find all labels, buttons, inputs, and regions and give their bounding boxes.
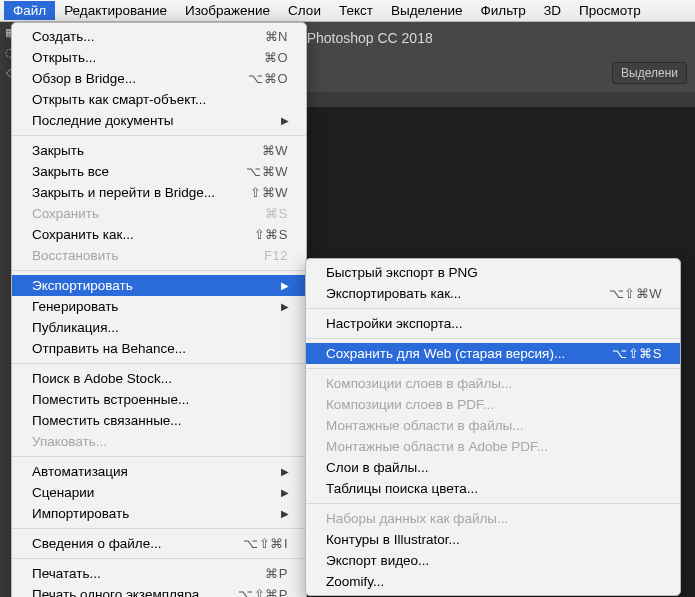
menu-item-label: Поиск в Adobe Stock... — [32, 370, 288, 388]
menubar-item[interactable]: Редактирование — [55, 1, 176, 20]
menu-item-label: Экспортировать — [32, 277, 277, 295]
menu-item[interactable]: Автоматизация▶ — [12, 461, 306, 482]
menu-shortcut: ⌘N — [265, 28, 288, 46]
menu-item[interactable]: Слои в файлы... — [306, 457, 680, 478]
menu-shortcut: ⌘P — [265, 565, 288, 583]
menu-separator — [306, 503, 680, 504]
menubar-item[interactable]: 3D — [535, 1, 570, 20]
menu-shortcut: ⌥⇧⌘W — [609, 285, 662, 303]
menu-shortcut: ⌥⌘O — [248, 70, 288, 88]
menu-separator — [12, 528, 306, 529]
menu-item: Наборы данных как файлы... — [306, 508, 680, 529]
menu-item[interactable]: Создать...⌘N — [12, 26, 306, 47]
menu-item-label: Открыть как смарт-объект... — [32, 91, 288, 109]
menu-item-label: Последние документы — [32, 112, 277, 130]
selection-mode-button[interactable]: Выделени — [612, 62, 687, 84]
menu-item[interactable]: Генерировать▶ — [12, 296, 306, 317]
menu-item[interactable]: Быстрый экспорт в PNG — [306, 262, 680, 283]
menu-item-label: Таблицы поиска цвета... — [326, 480, 662, 498]
menu-item[interactable]: Сценарии▶ — [12, 482, 306, 503]
menu-item-label: Zoomify... — [326, 573, 662, 591]
menu-separator — [12, 456, 306, 457]
menu-item[interactable]: Обзор в Bridge...⌥⌘O — [12, 68, 306, 89]
menu-separator — [12, 135, 306, 136]
menu-item[interactable]: Открыть как смарт-объект... — [12, 89, 306, 110]
menu-item[interactable]: Закрыть все⌥⌘W — [12, 161, 306, 182]
menu-item-label: Закрыть — [32, 142, 262, 160]
submenu-arrow-icon: ▶ — [281, 505, 288, 523]
menu-item-label: Экспорт видео... — [326, 552, 662, 570]
menu-item[interactable]: Последние документы▶ — [12, 110, 306, 131]
menu-item: Упаковать... — [12, 431, 306, 452]
menubar-item[interactable]: Изображение — [176, 1, 279, 20]
export-submenu: Быстрый экспорт в PNGЭкспортировать как.… — [305, 258, 681, 596]
menu-item-label: Монтажные области в Adobe PDF... — [326, 438, 662, 456]
menu-shortcut: ⌘O — [264, 49, 288, 67]
menu-item-label: Сохранить — [32, 205, 265, 223]
menu-item[interactable]: Публикация... — [12, 317, 306, 338]
menu-item[interactable]: Экспортировать▶ — [12, 275, 306, 296]
menu-item[interactable]: Поиск в Adobe Stock... — [12, 368, 306, 389]
menu-item[interactable]: Поместить связанные... — [12, 410, 306, 431]
menu-item[interactable]: Zoomify... — [306, 571, 680, 592]
menu-item[interactable]: Настройки экспорта... — [306, 313, 680, 334]
menu-item-label: Генерировать — [32, 298, 277, 316]
menu-item-label: Поместить связанные... — [32, 412, 288, 430]
menu-item[interactable]: Закрыть и перейти в Bridge...⇧⌘W — [12, 182, 306, 203]
menu-item[interactable]: Таблицы поиска цвета... — [306, 478, 680, 499]
menu-item[interactable]: Экспорт видео... — [306, 550, 680, 571]
menubar-item[interactable]: Просмотр — [570, 1, 650, 20]
os-menubar: ФайлРедактированиеИзображениеСлоиТекстВы… — [0, 0, 695, 22]
menu-item[interactable]: Открыть...⌘O — [12, 47, 306, 68]
menu-item[interactable]: Контуры в Illustrator... — [306, 529, 680, 550]
menu-shortcut: ⌥⇧⌘P — [238, 586, 288, 598]
menu-item[interactable]: Импортировать▶ — [12, 503, 306, 524]
menu-item-label: Печатать... — [32, 565, 265, 583]
menu-item[interactable]: Печать одного экземпляра⌥⇧⌘P — [12, 584, 306, 597]
menu-shortcut: ⇧⌘W — [250, 184, 288, 202]
menu-item[interactable]: Сведения о файле...⌥⇧⌘I — [12, 533, 306, 554]
submenu-arrow-icon: ▶ — [281, 277, 288, 295]
menu-separator — [306, 338, 680, 339]
menu-item[interactable]: Сохранить для Web (старая версия)...⌥⇧⌘S — [306, 343, 680, 364]
menubar-item[interactable]: Фильтр — [471, 1, 534, 20]
menu-shortcut: ⌥⌘W — [246, 163, 288, 181]
menu-item-label: Публикация... — [32, 319, 288, 337]
menubar-item[interactable]: Выделение — [382, 1, 472, 20]
menubar-item[interactable]: Файл — [4, 1, 55, 20]
menu-item-label: Сценарии — [32, 484, 277, 502]
menu-item-label: Автоматизация — [32, 463, 277, 481]
menu-separator — [12, 363, 306, 364]
menu-item[interactable]: Сохранить как...⇧⌘S — [12, 224, 306, 245]
menu-shortcut: ⌥⇧⌘S — [612, 345, 662, 363]
menu-shortcut: ⌥⇧⌘I — [243, 535, 288, 553]
menu-shortcut: ⌘W — [262, 142, 288, 160]
menu-item-label: Создать... — [32, 28, 265, 46]
menu-separator — [12, 270, 306, 271]
menu-item[interactable]: Печатать...⌘P — [12, 563, 306, 584]
menu-item-label: Композиции слоев в файлы... — [326, 375, 662, 393]
menu-item-label: Быстрый экспорт в PNG — [326, 264, 662, 282]
menu-item-label: Обзор в Bridge... — [32, 70, 248, 88]
menu-item[interactable]: Отправить на Behance... — [12, 338, 306, 359]
menu-item: ВосстановитьF12 — [12, 245, 306, 266]
menu-item-label: Открыть... — [32, 49, 264, 67]
menubar-item[interactable]: Текст — [330, 1, 382, 20]
menu-shortcut: ⌘S — [265, 205, 288, 223]
menu-item: Монтажные области в Adobe PDF... — [306, 436, 680, 457]
menu-item[interactable]: Поместить встроенные... — [12, 389, 306, 410]
menu-item-label: Слои в файлы... — [326, 459, 662, 477]
menu-item-label: Монтажные области в файлы... — [326, 417, 662, 435]
menu-item-label: Закрыть и перейти в Bridge... — [32, 184, 250, 202]
menubar-item[interactable]: Слои — [279, 1, 330, 20]
menu-item-label: Отправить на Behance... — [32, 340, 288, 358]
menu-item-label: Наборы данных как файлы... — [326, 510, 662, 528]
menu-item: Композиции слоев в PDF... — [306, 394, 680, 415]
menu-item[interactable]: Закрыть⌘W — [12, 140, 306, 161]
menu-item-label: Контуры в Illustrator... — [326, 531, 662, 549]
menu-item-label: Импортировать — [32, 505, 277, 523]
menu-item[interactable]: Экспортировать как...⌥⇧⌘W — [306, 283, 680, 304]
menu-item-label: Поместить встроенные... — [32, 391, 288, 409]
file-menu: Создать...⌘NОткрыть...⌘OОбзор в Bridge..… — [11, 22, 307, 597]
menu-item-label: Сохранить как... — [32, 226, 254, 244]
